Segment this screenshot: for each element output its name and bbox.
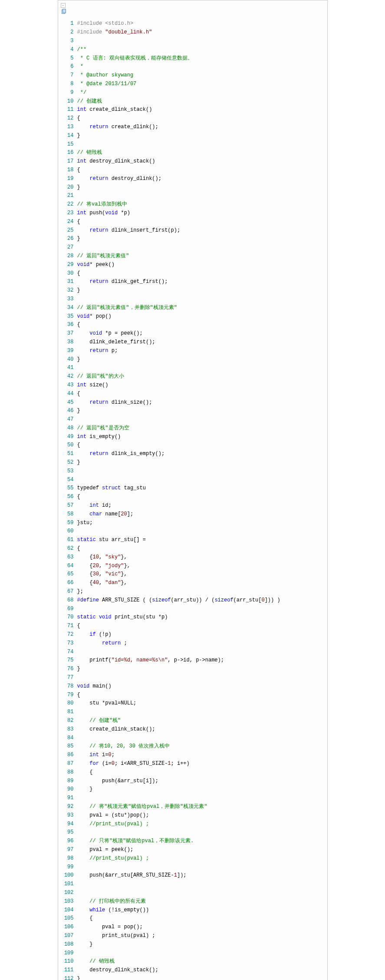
code-line: 28// 返回"栈顶元素值"	[61, 252, 325, 261]
line-number: 4	[61, 46, 77, 54]
code-content: // 将10, 20, 30 依次推入栈中	[77, 742, 170, 751]
line-number: 17	[61, 157, 77, 166]
code-line: 109	[61, 949, 325, 958]
line-number: 7	[61, 71, 77, 80]
line-number: 55	[61, 484, 77, 493]
line-number: 64	[61, 562, 77, 571]
line-number: 58	[61, 510, 77, 519]
code-line: 60	[61, 527, 325, 536]
code-content: return dlink_insert_first(p);	[77, 226, 181, 235]
code-line: 95	[61, 828, 325, 837]
code-line: 35void* pop()	[61, 312, 325, 321]
code-line: 102	[61, 889, 325, 897]
code-line: 36{	[61, 321, 325, 329]
code-line: 61static stu arr_stu[] =	[61, 536, 325, 545]
code-line: 89 push(&arr_stu[i]);	[61, 777, 325, 786]
code-content: // 打印栈中的所有元素	[77, 897, 146, 906]
code-content: // 返回"栈顶元素值"	[77, 252, 129, 261]
line-number: 15	[61, 140, 77, 149]
code-content: }	[77, 183, 80, 192]
line-number: 87	[61, 760, 77, 768]
code-content: {	[77, 768, 93, 777]
code-content: return p;	[77, 347, 118, 355]
code-line: 26}	[61, 235, 325, 243]
code-content: }stu;	[77, 519, 93, 528]
code-content: void main()	[77, 682, 112, 691]
code-line: 100 push(&arr_stu[ARR_STU_SIZE-1]);	[61, 871, 325, 880]
line-number: 18	[61, 166, 77, 175]
line-number: 14	[61, 132, 77, 140]
line-number: 66	[61, 579, 77, 588]
code-line: 58 char name[20];	[61, 510, 325, 519]
code-content: {30, "vic"},	[77, 570, 127, 579]
code-content: void* peek()	[77, 261, 115, 269]
line-number: 63	[61, 553, 77, 562]
line-number: 61	[61, 536, 77, 545]
code-line: 24{	[61, 218, 325, 226]
code-content: // 将val添加到栈中	[77, 200, 127, 209]
code-content: */	[77, 89, 87, 97]
code-line: 9 */	[61, 89, 325, 97]
code-line: 79{	[61, 691, 325, 700]
code-line: 92 // 将"栈顶元素"赋值给pval，并删除"栈顶元素"	[61, 803, 325, 811]
code-content: pval = peek();	[77, 846, 134, 854]
code-content: {	[77, 218, 80, 226]
code-line: 49int is_empty()	[61, 433, 325, 442]
collapse-icon[interactable]: -	[61, 3, 66, 8]
code-container: - 1#include <stdio.h>2#include "double_l…	[58, 0, 328, 980]
code-line: 66 {40, "dan"},	[61, 579, 325, 588]
line-number: 9	[61, 89, 77, 97]
code-line: 5 * C 语言: 双向链表实现栈，能存储任意数据。	[61, 54, 325, 63]
code-line: 54	[61, 476, 325, 485]
code-line: 38 dlink_delete_first();	[61, 338, 325, 347]
code-content: * @date 2013/11/07	[77, 80, 137, 89]
code-line: 20}	[61, 183, 325, 192]
code-line: 56{	[61, 493, 325, 502]
code-content: int i=0;	[77, 751, 115, 760]
code-line: 41	[61, 364, 325, 372]
copy-icon[interactable]	[61, 9, 325, 18]
line-number: 67	[61, 588, 77, 596]
code-line: 31 return dlink_get_first();	[61, 278, 325, 286]
line-number: 42	[61, 372, 77, 381]
code-line: 74	[61, 648, 325, 657]
line-number: 28	[61, 252, 77, 261]
line-number: 12	[61, 114, 77, 123]
code-content: static stu arr_stu[] =	[77, 536, 146, 545]
line-number: 79	[61, 691, 77, 700]
code-content: int id;	[77, 502, 112, 510]
code-line: 106 pval = pop();	[61, 923, 325, 932]
line-number: 27	[61, 243, 77, 252]
code-content: {	[77, 390, 80, 399]
line-number: 36	[61, 321, 77, 329]
code-content: {	[77, 114, 80, 123]
line-number: 25	[61, 226, 77, 235]
line-number: 10	[61, 97, 77, 106]
code-line: 101	[61, 880, 325, 889]
line-number: 93	[61, 811, 77, 820]
line-number: 108	[61, 940, 77, 949]
code-line: 12{	[61, 114, 325, 123]
code-line: 77	[61, 674, 325, 682]
line-number: 26	[61, 235, 77, 243]
code-line: 47	[61, 415, 325, 424]
code-line: 2#include "double_link.h"	[61, 28, 325, 37]
code-line: 85 // 将10, 20, 30 依次推入栈中	[61, 742, 325, 751]
code-line: 33	[61, 295, 325, 304]
line-number: 110	[61, 957, 77, 966]
code-line: 99	[61, 863, 325, 872]
code-content: int destroy_dlink_stack()	[77, 157, 155, 166]
code-content: {	[77, 493, 80, 502]
code-line: 8 * @date 2013/11/07	[61, 80, 325, 89]
line-number: 20	[61, 183, 77, 192]
code-line: 111 destroy_dlink_stack();	[61, 966, 325, 975]
code-line: 94 //print_stu(pval) ;	[61, 820, 325, 829]
code-line: 14}	[61, 132, 325, 140]
code-line: 10// 创建栈	[61, 97, 325, 106]
line-number: 107	[61, 932, 77, 940]
code-line: 84	[61, 734, 325, 743]
code-line: 7 * @author skywang	[61, 71, 325, 80]
code-content: typedef struct tag_stu	[77, 484, 146, 493]
line-number: 96	[61, 837, 77, 846]
code-content: {	[77, 691, 80, 700]
